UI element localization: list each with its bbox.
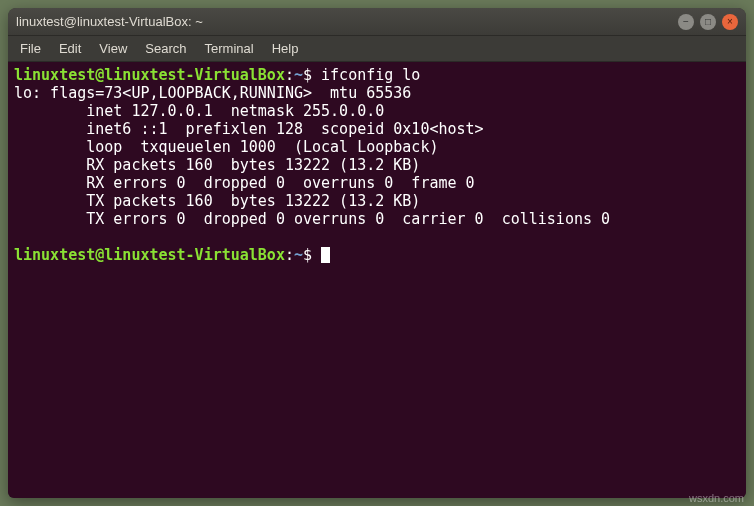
- close-icon: ×: [727, 17, 733, 27]
- prompt-path: ~: [294, 246, 303, 264]
- output-line: TX errors 0 dropped 0 overruns 0 carrier…: [14, 210, 610, 228]
- menu-file[interactable]: File: [12, 38, 49, 59]
- menubar: File Edit View Search Terminal Help: [8, 36, 746, 62]
- menu-terminal[interactable]: Terminal: [197, 38, 262, 59]
- prompt-sigil: $: [303, 66, 312, 84]
- terminal-window: linuxtest@linuxtest-VirtualBox: ~ − □ × …: [8, 8, 746, 498]
- close-button[interactable]: ×: [722, 14, 738, 30]
- menu-help[interactable]: Help: [264, 38, 307, 59]
- maximize-icon: □: [705, 17, 711, 27]
- prompt-sep: :: [285, 66, 294, 84]
- output-line: loop txqueuelen 1000 (Local Loopback): [14, 138, 438, 156]
- output-line: lo: flags=73<UP,LOOPBACK,RUNNING> mtu 65…: [14, 84, 411, 102]
- menu-search[interactable]: Search: [137, 38, 194, 59]
- output-line: RX errors 0 dropped 0 overruns 0 frame 0: [14, 174, 475, 192]
- menu-view[interactable]: View: [91, 38, 135, 59]
- watermark: wsxdn.com: [689, 492, 744, 504]
- menu-edit[interactable]: Edit: [51, 38, 89, 59]
- output-line: TX packets 160 bytes 13222 (13.2 KB): [14, 192, 420, 210]
- prompt-path: ~: [294, 66, 303, 84]
- maximize-button[interactable]: □: [700, 14, 716, 30]
- command-text: ifconfig lo: [321, 66, 420, 84]
- output-line: inet 127.0.0.1 netmask 255.0.0.0: [14, 102, 384, 120]
- minimize-button[interactable]: −: [678, 14, 694, 30]
- prompt-user-host: linuxtest@linuxtest-VirtualBox: [14, 66, 285, 84]
- window-controls: − □ ×: [678, 14, 738, 30]
- output-line: inet6 ::1 prefixlen 128 scopeid 0x10<hos…: [14, 120, 484, 138]
- window-title: linuxtest@linuxtest-VirtualBox: ~: [16, 14, 678, 29]
- prompt-sep: :: [285, 246, 294, 264]
- output-line: RX packets 160 bytes 13222 (13.2 KB): [14, 156, 420, 174]
- terminal-output[interactable]: linuxtest@linuxtest-VirtualBox:~$ ifconf…: [8, 62, 746, 498]
- cursor-icon: [321, 247, 330, 263]
- prompt-user-host: linuxtest@linuxtest-VirtualBox: [14, 246, 285, 264]
- minimize-icon: −: [683, 17, 689, 27]
- titlebar[interactable]: linuxtest@linuxtest-VirtualBox: ~ − □ ×: [8, 8, 746, 36]
- prompt-sigil: $: [303, 246, 312, 264]
